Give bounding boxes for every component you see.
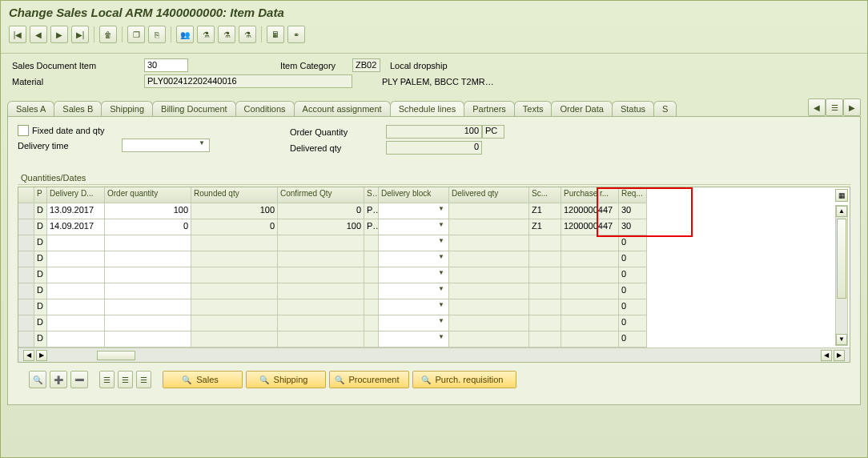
dropdown-icon[interactable]: ▼ [438,237,446,249]
row-selector[interactable] [18,219,34,235]
link-icon[interactable]: ⚭ [287,26,305,43]
col-header[interactable]: Confirmed Qty [278,187,364,203]
configure-columns-icon[interactable]: ▦ [835,189,848,202]
dropdown-icon[interactable]: ▼ [438,221,446,233]
sales-doc-item-input[interactable]: 30 [144,58,188,72]
tab-status[interactable]: Status [612,101,654,116]
tree3-button[interactable]: ☰ [136,371,151,388]
delivery-time-input[interactable]: ▼ [122,139,210,152]
cell-block[interactable]: ▼ [379,203,449,219]
cell-ordqty[interactable] [105,251,191,267]
tab-scroll-right-icon[interactable]: ▶ [843,98,861,116]
tab-order-data[interactable]: Order Data [551,101,612,116]
sales-button[interactable]: 🔍Sales [163,371,243,388]
add-row-button[interactable]: ➕ [50,371,67,388]
cell-block[interactable]: ▼ [379,315,449,331]
dropdown-icon[interactable]: ▼ [438,333,446,345]
copy-icon[interactable]: ⎘ [148,26,166,43]
cell-date[interactable] [47,315,105,331]
cell-block[interactable]: ▼ [379,267,449,283]
cell-ordqty[interactable] [105,315,191,331]
dropdown-icon[interactable]: ▼ [438,269,446,281]
hscroll-thumb[interactable] [97,351,135,360]
col-header[interactable]: Purchase r... [561,187,619,203]
cell-block[interactable]: ▼ [379,219,449,235]
scroll-up-icon[interactable]: ▲ [836,206,847,217]
cell-block[interactable]: ▼ [379,283,449,299]
tab-texts[interactable]: Texts [514,101,553,116]
flask2-icon[interactable]: ⚗ [218,26,235,43]
cell-ordqty[interactable]: 0 [105,219,191,235]
dropdown-icon[interactable]: ▼ [438,285,446,297]
scroll-right2-icon[interactable]: ▶ [834,350,845,361]
tab-conditions[interactable]: Conditions [235,101,295,116]
tab-sales-a[interactable]: Sales A [7,101,54,116]
cell-block[interactable]: ▼ [379,331,449,348]
trash-icon[interactable]: 🗑 [99,26,117,43]
tab-account-assignment[interactable]: Account assignment [294,101,391,116]
tab-s[interactable]: S [653,101,677,116]
flask1-icon[interactable]: ⚗ [197,26,215,43]
last-icon[interactable]: ▶| [71,26,89,43]
scroll-thumb[interactable] [837,219,846,299]
tab-partners[interactable]: Partners [464,101,515,116]
shipping-button[interactable]: 🔍Shipping [246,371,326,388]
col-header[interactable] [18,187,34,203]
cell-date[interactable] [47,235,105,251]
scroll-left-icon[interactable]: ◀ [23,350,34,361]
cell-date[interactable] [47,267,105,283]
col-header[interactable]: S... [364,187,379,203]
dropdown-icon[interactable]: ▼ [438,317,446,329]
vertical-scrollbar[interactable]: ▲ ▼ [835,205,848,346]
calc-icon[interactable]: 🖩 [267,26,284,43]
cell-date[interactable]: 14.09.2017 [47,219,105,235]
people-icon[interactable]: 👥 [176,26,194,43]
cell-block[interactable]: ▼ [379,235,449,251]
col-header[interactable]: Rounded qty [191,187,278,203]
tree2-button[interactable]: ☰ [118,371,133,388]
cell-ordqty[interactable] [105,235,191,251]
col-header[interactable]: Sc... [529,187,561,203]
fixed-date-qty-checkbox[interactable] [18,125,29,136]
col-header[interactable]: P [34,187,47,203]
prev-icon[interactable]: ◀ [30,26,47,43]
tab-list-icon[interactable]: ☰ [826,98,843,116]
cell-date[interactable] [47,283,105,299]
cell-date[interactable] [47,331,105,348]
cell-date[interactable] [47,251,105,267]
flask3-icon[interactable]: ⚗ [239,26,256,43]
col-header[interactable]: Order quantity [105,187,191,203]
next-icon[interactable]: ▶ [50,26,68,43]
row-selector[interactable] [18,315,34,331]
tab-shipping[interactable]: Shipping [101,101,153,116]
row-selector[interactable] [18,235,34,251]
cell-ordqty[interactable] [105,331,191,348]
row-selector[interactable] [18,283,34,299]
dropdown-icon[interactable]: ▼ [438,301,446,313]
first-icon[interactable]: |◀ [9,26,26,43]
dropdown-icon[interactable]: ▼ [438,253,446,265]
tab-billing-document[interactable]: Billing Document [152,101,236,116]
tab-sales-b[interactable]: Sales B [54,101,102,116]
docs-icon[interactable]: ❐ [127,26,145,43]
col-header[interactable]: Req... [619,187,647,203]
row-selector[interactable] [18,299,34,315]
horizontal-scrollbar[interactable]: ◀ ▶ ◀ ▶ [18,348,850,362]
cell-block[interactable]: ▼ [379,251,449,267]
cell-ordqty[interactable] [105,283,191,299]
cell-date[interactable]: 13.09.2017 [47,203,105,219]
scroll-right-icon[interactable]: ▶ [36,350,47,361]
scroll-down-icon[interactable]: ▼ [836,334,847,345]
col-header[interactable]: Delivered qty [449,187,529,203]
col-header[interactable]: Delivery block [379,187,449,203]
cell-block[interactable]: ▼ [379,299,449,315]
delete-row-button[interactable]: ➖ [70,371,88,388]
cell-ordqty[interactable] [105,299,191,315]
cell-ordqty[interactable] [105,267,191,283]
col-header[interactable]: Delivery D... [47,187,105,203]
cell-date[interactable] [47,299,105,315]
cell-ordqty[interactable]: 100 [105,203,191,219]
row-selector[interactable] [18,331,34,348]
purch-requisition-button[interactable]: 🔍Purch. requisition [412,371,516,388]
dropdown-icon[interactable]: ▼ [438,205,446,217]
